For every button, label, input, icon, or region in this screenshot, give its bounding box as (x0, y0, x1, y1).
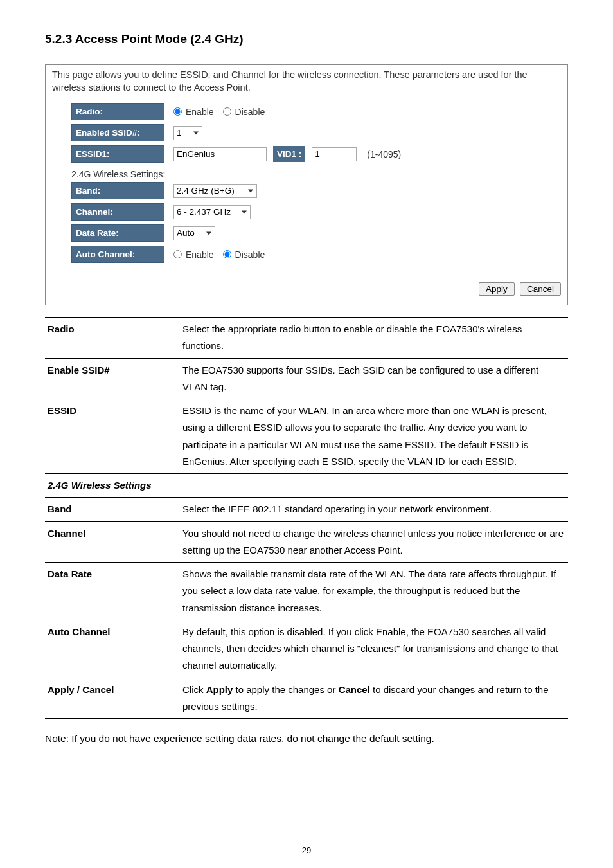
term-essid: ESSID (45, 399, 180, 474)
row-essid1: ESSID1: VID1 : (1-4095) (71, 145, 561, 163)
select-band[interactable]: 2.4 GHz (B+G) (173, 184, 257, 198)
desc-autochannel: By default, this option is disabled. If … (180, 620, 568, 678)
label-channel: Channel: (71, 203, 164, 221)
desc-enable-ssid: The EOA7530 supports four SSIDs. Each SS… (180, 358, 568, 399)
row-channel: Channel: 6 - 2.437 GHz (71, 203, 561, 221)
cancel-button[interactable]: Cancel (520, 282, 561, 296)
panel-intro-text: This page allows you to define ESSID, an… (52, 69, 561, 94)
term-radio: Radio (45, 318, 180, 359)
label-datarate: Data Rate: (71, 224, 164, 242)
desc-channel: You should not need to change the wirele… (180, 521, 568, 563)
term-channel: Channel (45, 521, 180, 563)
label-enabled-ssid: Enabled SSID#: (71, 124, 164, 141)
table-row: Apply / Cancel Click Apply to apply the … (45, 678, 568, 719)
desc-band: Select the IEEE 802.11 standard operatin… (180, 498, 568, 521)
term-datarate: Data Rate (45, 563, 180, 620)
table-row: Auto ChannelBy default, this option is d… (45, 620, 568, 678)
subheading-24g: 2.4G Wireless Settings: (71, 169, 561, 179)
radio-enable[interactable] (173, 107, 182, 116)
subhead-24g: 2.4G Wireless Settings (45, 474, 568, 498)
term-autochannel: Auto Channel (45, 620, 180, 678)
table-row: Data RateShows the available transmit da… (45, 563, 568, 620)
page-number: 29 (0, 845, 613, 855)
table-row: BandSelect the IEEE 802.11 standard oper… (45, 498, 568, 521)
input-vid1[interactable] (312, 147, 357, 161)
select-channel[interactable]: 6 - 2.437 GHz (173, 205, 251, 219)
table-row: Enable SSID#The EOA7530 supports four SS… (45, 358, 568, 399)
row-band: Band: 2.4 GHz (B+G) (71, 182, 561, 199)
row-datarate: Data Rate: Auto (71, 224, 561, 242)
table-row: 2.4G Wireless Settings (45, 474, 568, 498)
row-radio: Radio: Enable Disable (71, 103, 561, 120)
apply-button[interactable]: Apply (479, 282, 515, 296)
radio-disable[interactable] (223, 107, 231, 116)
section-heading: 5.2.3 Access Point Mode (2.4 GHz) (45, 32, 568, 46)
label-vid1: VID1 : (273, 146, 305, 162)
radio-ac-disable-label: Disable (235, 249, 265, 260)
desc-radio: Select the appropriate radio button to e… (180, 318, 568, 359)
term-band: Band (45, 498, 180, 521)
note-text: Note: If you do not have experience sett… (45, 733, 568, 745)
radio-ac-enable[interactable] (173, 250, 182, 258)
desc-essid: ESSID is the name of your WLAN. In an ar… (180, 399, 568, 474)
select-datarate[interactable]: Auto (173, 226, 215, 240)
table-row: RadioSelect the appropriate radio button… (45, 318, 568, 359)
select-enabled-ssid[interactable]: 1 (173, 126, 202, 140)
table-row: ESSIDESSID is the name of your WLAN. In … (45, 399, 568, 474)
row-autochannel: Auto Channel: Enable Disable (71, 246, 561, 263)
radio-ac-disable[interactable] (223, 250, 231, 258)
settings-panel: This page allows you to define ESSID, an… (45, 64, 568, 305)
input-essid1[interactable] (173, 147, 267, 161)
radio-disable-label: Disable (235, 107, 265, 117)
desc-datarate: Shows the available transmit data rate o… (180, 563, 568, 620)
term-applycancel: Apply / Cancel (45, 678, 180, 719)
radio-ac-enable-label: Enable (186, 249, 214, 260)
label-autochannel: Auto Channel: (71, 246, 164, 263)
label-essid1: ESSID1: (71, 145, 164, 163)
vid1-hint: (1-4095) (367, 149, 401, 159)
label-radio: Radio: (71, 103, 164, 120)
table-row: ChannelYou should not need to change the… (45, 521, 568, 563)
radio-enable-label: Enable (186, 107, 214, 117)
term-enable-ssid: Enable SSID# (45, 358, 180, 399)
label-band: Band: (71, 182, 164, 199)
row-enabled-ssid: Enabled SSID#: 1 (71, 124, 561, 141)
definitions-table: RadioSelect the appropriate radio button… (45, 317, 568, 719)
desc-applycancel: Click Apply to apply the changes or Canc… (180, 678, 568, 719)
